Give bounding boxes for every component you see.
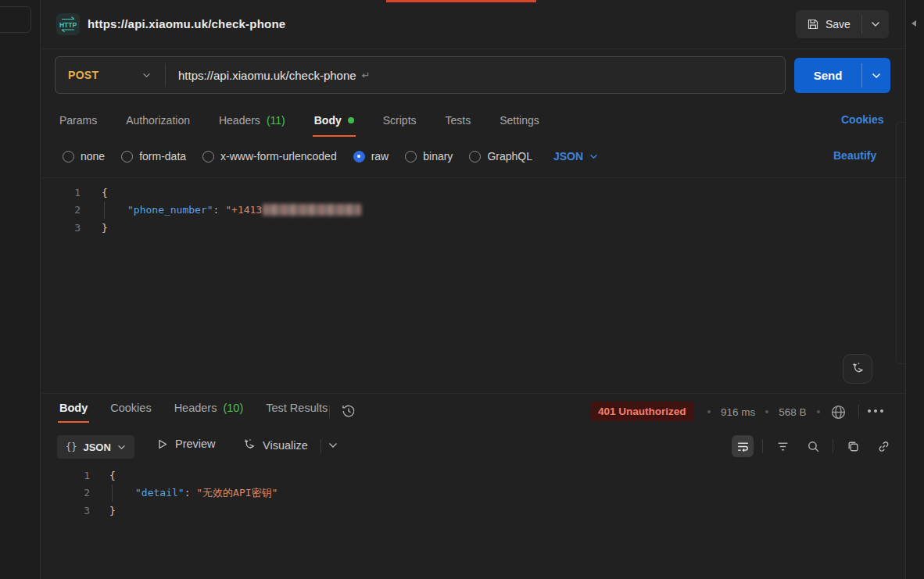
request-title: https://api.xiaomu.uk/check-phone <box>88 17 285 30</box>
radio-icon <box>121 151 133 163</box>
line-number: 1 <box>41 187 81 198</box>
indent-guide <box>104 202 127 220</box>
line-number: 2 <box>41 487 90 499</box>
meta-divider <box>858 405 859 418</box>
body-mode-row: none form-data x-www-form-urlencoded raw… <box>63 146 598 166</box>
link-button[interactable] <box>872 435 894 457</box>
line-number: 3 <box>41 222 81 234</box>
wrap-text-button[interactable] <box>732 435 754 457</box>
cookies-link[interactable]: Cookies <box>841 113 883 126</box>
visualize-button[interactable]: Visualize <box>242 438 308 452</box>
tab-scripts[interactable]: Scripts <box>383 114 417 128</box>
redacted-phone-number <box>263 204 361 216</box>
url-input[interactable]: https://api.xiaomu.uk/check-phone ↵ <box>166 69 371 82</box>
send-label[interactable]: Send <box>794 58 861 93</box>
postbot-button[interactable] <box>843 354 872 384</box>
code-line: 2 "detail": "无效的API密钥" <box>41 484 823 502</box>
code-line: 2 "phone_number": "+1413 <box>41 202 823 220</box>
save-options-button[interactable] <box>862 10 889 38</box>
body-mode-graphql[interactable]: GraphQL <box>469 150 532 163</box>
json-key: "detail" <box>135 487 184 499</box>
collapse-left-icon[interactable] <box>911 20 916 27</box>
tab-settings[interactable]: Settings <box>500 114 539 128</box>
meta-separator-dot <box>707 410 711 413</box>
editor-scroll-edge <box>896 122 904 364</box>
save-button-main[interactable]: Save <box>796 10 861 38</box>
topbar-divider <box>41 48 905 49</box>
tab-tests[interactable]: Tests <box>446 114 471 128</box>
toolbar-divider <box>833 439 833 453</box>
preview-button[interactable]: Preview <box>157 438 216 450</box>
indent-guide <box>112 484 135 502</box>
active-tab-underline <box>58 421 89 423</box>
method-select[interactable]: POST <box>56 69 165 81</box>
response-history-icon[interactable] <box>341 403 356 419</box>
toolbar-divider <box>762 439 763 453</box>
status-badge[interactable]: 401 Unauthorized <box>590 402 694 421</box>
meta-separator-dot <box>817 410 820 413</box>
response-time[interactable]: 916 ms <box>721 406 755 418</box>
chevron-down-icon <box>589 154 598 159</box>
headers-count: (11) <box>267 114 285 127</box>
tab-authorization[interactable]: Authorization <box>126 114 190 128</box>
code-line: 3 } <box>41 502 823 520</box>
radio-icon <box>202 151 214 163</box>
http-method-icon: HTTP <box>56 13 80 35</box>
toolbar-chevron-down-icon[interactable] <box>328 442 338 449</box>
search-button[interactable] <box>802 435 824 457</box>
network-globe-icon[interactable] <box>830 404 847 420</box>
send-options-button[interactable] <box>862 58 890 93</box>
url-text: https://api.xiaomu.uk/check-phone <box>178 69 356 82</box>
send-button[interactable]: Send <box>794 58 890 93</box>
json-key: "phone_number" <box>127 204 213 216</box>
response-size[interactable]: 568 B <box>779 406 806 418</box>
method-label: POST <box>68 69 98 81</box>
response-tab-headers[interactable]: Headers (10) <box>174 402 244 416</box>
line-number: 2 <box>41 204 81 216</box>
svg-text:HTTP: HTTP <box>59 21 77 29</box>
copy-button[interactable] <box>842 435 864 457</box>
response-tabs: Body Cookies Headers (10) Test Results <box>59 402 328 416</box>
response-toolbar-icons <box>732 435 894 457</box>
active-tab-underline <box>313 135 356 137</box>
save-button[interactable]: Save <box>796 10 889 38</box>
meta-separator-dot <box>765 410 768 413</box>
response-more-options-icon[interactable] <box>868 406 883 416</box>
tab-headers[interactable]: Headers (11) <box>219 114 285 128</box>
radio-icon <box>405 151 417 163</box>
active-tab-accent-bar <box>386 0 536 2</box>
chevron-down-icon <box>142 73 151 78</box>
response-tab-body[interactable]: Body <box>59 402 88 416</box>
beautify-link[interactable]: Beautify <box>833 149 876 162</box>
save-icon <box>807 18 819 30</box>
response-tab-test-results[interactable]: Test Results <box>266 402 328 416</box>
radio-icon <box>63 151 74 163</box>
code-line: 1 { <box>41 466 823 484</box>
app-window: HTTP https://api.xiaomu.uk/check-phone S… <box>0 0 924 579</box>
body-mode-none[interactable]: none <box>63 150 105 163</box>
code-line: 1 { <box>41 184 823 202</box>
body-mode-binary[interactable]: binary <box>405 150 453 163</box>
tab-body[interactable]: Body <box>314 114 354 128</box>
response-meta: 916 ms 568 B <box>707 403 847 420</box>
language-select[interactable]: JSON <box>553 150 598 163</box>
braces-icon: {} <box>66 441 77 452</box>
response-tab-cookies[interactable]: Cookies <box>110 402 151 416</box>
response-body-editor[interactable]: 1 { 2 "detail": "无效的API密钥" 3 } <box>41 466 823 520</box>
response-divider[interactable] <box>41 393 905 394</box>
body-mode-raw[interactable]: raw <box>353 150 389 163</box>
play-icon <box>157 438 168 450</box>
request-body-editor[interactable]: 1 { 2 "phone_number": "+1413 3 } <box>41 184 823 237</box>
radio-icon-selected <box>353 151 365 163</box>
filter-button[interactable] <box>772 435 793 457</box>
body-mode-urlencoded[interactable]: x-www-form-urlencoded <box>202 150 337 163</box>
json-value: "+1413 <box>225 204 262 216</box>
sidebar-item-partial[interactable] <box>0 6 31 33</box>
body-mode-form-data[interactable]: form-data <box>121 150 186 163</box>
visualize-sparkle-icon <box>242 438 256 452</box>
radio-icon <box>469 151 481 163</box>
editor-top-divider <box>41 177 905 178</box>
tab-params[interactable]: Params <box>59 114 97 128</box>
postbot-sparkle-icon <box>850 361 865 377</box>
response-format-select[interactable]: {} JSON <box>57 435 134 459</box>
